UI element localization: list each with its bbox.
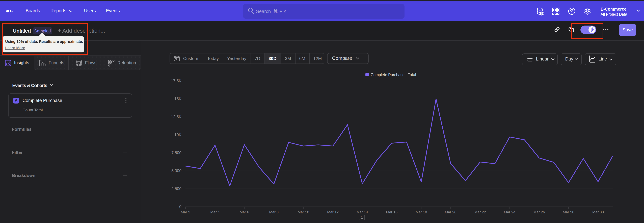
svg-text:Mar 20: Mar 20: [445, 210, 456, 214]
svg-text:Mar 6: Mar 6: [240, 210, 249, 214]
svg-text:2,500: 2,500: [172, 186, 182, 191]
svg-text:Mar 24: Mar 24: [504, 210, 515, 214]
svg-text:Mar 28: Mar 28: [563, 210, 574, 214]
svg-text:Mar 8: Mar 8: [269, 210, 278, 214]
svg-text:7,500: 7,500: [172, 150, 182, 155]
svg-text:0: 0: [179, 204, 182, 209]
svg-text:Mar 4: Mar 4: [210, 210, 220, 214]
svg-text:Mar 30: Mar 30: [592, 210, 604, 214]
svg-text:17.5K: 17.5K: [171, 78, 182, 83]
svg-text:Mar 22: Mar 22: [474, 210, 486, 214]
svg-text:Mar 10: Mar 10: [298, 210, 309, 214]
svg-text:12.5K: 12.5K: [171, 115, 182, 119]
svg-text:Mar 18: Mar 18: [416, 210, 427, 214]
svg-text:Mar 16: Mar 16: [386, 210, 398, 214]
svg-text:15K: 15K: [174, 96, 182, 101]
svg-text:Mar 26: Mar 26: [534, 210, 545, 214]
svg-text:10K: 10K: [174, 133, 182, 137]
svg-text:Mar 12: Mar 12: [327, 210, 338, 214]
svg-text:Mar 2: Mar 2: [181, 210, 190, 214]
svg-text:5,000: 5,000: [172, 168, 182, 173]
svg-text:Mar 14: Mar 14: [356, 210, 368, 214]
